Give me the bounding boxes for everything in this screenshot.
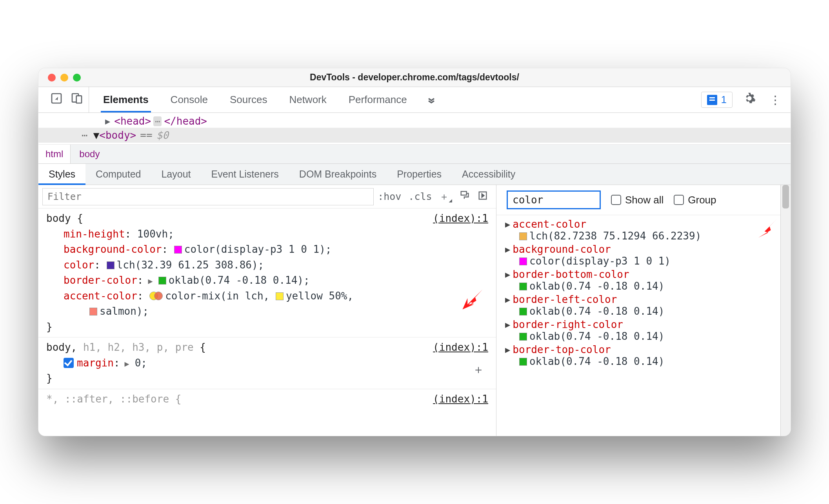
dom-selected-body[interactable]: ⋯ ▼ <body> == $0 xyxy=(38,128,791,143)
dom-head-open[interactable]: <head> xyxy=(114,115,151,127)
add-property-plus-icon[interactable]: ＋ xyxy=(473,361,484,379)
paint-icon[interactable] xyxy=(459,190,470,203)
checkbox-icon xyxy=(611,195,621,205)
prop-margin[interactable]: margin xyxy=(77,357,114,369)
main-toolbar: Elements Console Sources Network Perform… xyxy=(38,87,791,113)
css-rules: body { (index):1 min-height: 100vh; back… xyxy=(38,208,496,436)
caret-icon[interactable]: ▶ xyxy=(505,345,510,355)
caret-icon[interactable]: ▶ xyxy=(505,245,510,254)
subtab-accessibility[interactable]: Accessibility xyxy=(452,164,525,185)
caret-icon[interactable]: ▶ xyxy=(505,320,510,330)
expand-arrow-icon[interactable]: ▼ xyxy=(93,129,100,141)
more-icon[interactable]: ⋯ xyxy=(82,129,89,141)
expand-icon[interactable]: ▶ xyxy=(144,276,158,286)
tab-sources[interactable]: Sources xyxy=(219,87,278,112)
caret-icon[interactable]: ▶ xyxy=(505,295,510,305)
prop-bgcolor[interactable]: background-color xyxy=(64,243,162,255)
subtab-event-listeners[interactable]: Event Listeners xyxy=(201,164,289,185)
swatch-icon[interactable] xyxy=(519,283,527,290)
swatch-magenta-icon[interactable] xyxy=(174,246,182,254)
tab-network[interactable]: Network xyxy=(278,87,337,112)
tab-console[interactable]: Console xyxy=(160,87,219,112)
collapse-arrow-icon[interactable]: ▶ xyxy=(105,116,110,126)
chat-icon xyxy=(707,95,717,105)
prop-color[interactable]: color xyxy=(64,259,94,271)
more-tabs-icon[interactable] xyxy=(418,87,445,112)
annotation-arrow-icon xyxy=(460,287,485,312)
prop-min-height[interactable]: min-height xyxy=(64,228,125,240)
prop-border-color[interactable]: border-color xyxy=(64,274,137,286)
computed-filter-input[interactable] xyxy=(507,190,601,209)
crumb-html[interactable]: html xyxy=(38,145,71,163)
selector: body { xyxy=(46,211,83,227)
equals-text: == xyxy=(140,129,152,141)
hov-button[interactable]: :hov xyxy=(378,191,401,202)
css-rule-body[interactable]: body { (index):1 min-height: 100vh; back… xyxy=(38,208,496,337)
swatch-salmon-icon[interactable] xyxy=(89,308,97,315)
computed-property[interactable]: ▶border-left-color oklab(0.74 -0.18 0.14… xyxy=(503,293,791,318)
scroll-thumb[interactable] xyxy=(782,185,789,208)
styles-filter-input[interactable] xyxy=(42,188,374,205)
device-toggle-icon[interactable] xyxy=(71,92,83,107)
swatch-yellow-icon[interactable] xyxy=(276,292,284,300)
computed-pane: Show all Group ▶accent-color lch(82.7238… xyxy=(496,185,791,436)
panel-toggle-icon[interactable] xyxy=(477,190,488,203)
checkbox-checked-icon[interactable] xyxy=(64,358,74,368)
swatch-purple-icon[interactable] xyxy=(107,261,115,269)
svg-rect-3 xyxy=(461,191,467,195)
issues-count: 1 xyxy=(721,94,727,106)
subtab-layout[interactable]: Layout xyxy=(151,164,201,185)
computed-property[interactable]: ▶background-color color(display-p3 1 0 1… xyxy=(503,243,791,268)
swatch-icon[interactable] xyxy=(519,333,527,341)
swatch-icon[interactable] xyxy=(519,358,527,366)
swatch-icon[interactable] xyxy=(519,308,527,315)
caret-icon[interactable]: ▶ xyxy=(505,219,510,229)
subtab-dom-breakpoints[interactable]: DOM Breakpoints xyxy=(289,164,387,185)
swatch-icon[interactable] xyxy=(519,232,527,240)
expand-icon[interactable]: ▶ xyxy=(120,359,134,368)
dom-tree: ▶ <head> ⋯ </head> ⋯ ▼ <body> == $0 xyxy=(38,113,791,145)
tab-elements[interactable]: Elements xyxy=(92,87,160,112)
close-icon[interactable] xyxy=(48,74,56,82)
swatch-green-icon[interactable] xyxy=(158,277,166,285)
color-mix-icon[interactable] xyxy=(149,291,163,301)
css-rule-universal[interactable]: *, ::after, ::before { (index):1 xyxy=(38,389,496,410)
prop-accent-color[interactable]: accent-color xyxy=(64,290,137,302)
window-title: DevTools - developer.chrome.com/tags/dev… xyxy=(310,72,519,83)
issues-badge[interactable]: 1 xyxy=(701,92,733,108)
maximize-icon[interactable] xyxy=(73,74,81,82)
inspect-icon[interactable] xyxy=(50,92,63,107)
subtab-computed[interactable]: Computed xyxy=(85,164,151,185)
computed-property[interactable]: ▶border-bottom-color oklab(0.74 -0.18 0.… xyxy=(503,268,791,293)
minimize-icon[interactable] xyxy=(60,74,68,82)
breadcrumb: html body xyxy=(38,145,791,164)
titlebar: DevTools - developer.chrome.com/tags/dev… xyxy=(38,68,791,87)
new-rule-plus-icon[interactable]: ＋◢ xyxy=(439,190,452,203)
computed-property[interactable]: ▶border-right-color oklab(0.74 -0.18 0.1… xyxy=(503,318,791,343)
source-link[interactable]: (index):1 xyxy=(433,340,488,355)
show-all-checkbox[interactable]: Show all xyxy=(611,194,664,206)
swatch-icon[interactable] xyxy=(519,257,527,265)
checkbox-icon xyxy=(674,195,684,205)
group-checkbox[interactable]: Group xyxy=(674,194,716,206)
caret-icon[interactable]: ▶ xyxy=(505,270,510,279)
tab-performance[interactable]: Performance xyxy=(338,87,418,112)
settings-gear-icon[interactable] xyxy=(740,92,759,108)
source-link[interactable]: (index):1 xyxy=(433,211,488,227)
subtab-properties[interactable]: Properties xyxy=(387,164,452,185)
dollar-zero: $0 xyxy=(156,129,169,141)
kebab-menu-icon[interactable]: ⋮ xyxy=(766,93,784,107)
cls-button[interactable]: .cls xyxy=(408,191,432,202)
devtools-window: DevTools - developer.chrome.com/tags/dev… xyxy=(38,68,791,436)
source-link[interactable]: (index):1 xyxy=(433,392,488,407)
scrollbar[interactable] xyxy=(780,185,791,436)
computed-list: ▶accent-color lch(82.7238 75.1294 66.223… xyxy=(496,215,791,435)
css-rule-body-group[interactable]: body, h1, h2, h3, p, pre { (index):1 mar… xyxy=(38,337,496,389)
dom-head-close: </head> xyxy=(164,115,207,127)
subtab-styles[interactable]: Styles xyxy=(38,164,85,185)
crumb-body[interactable]: body xyxy=(72,145,107,163)
ellipsis-icon[interactable]: ⋯ xyxy=(153,116,162,126)
computed-property[interactable]: ▶border-top-color oklab(0.74 -0.18 0.14) xyxy=(503,343,791,368)
computed-property[interactable]: ▶accent-color lch(82.7238 75.1294 66.223… xyxy=(503,218,791,243)
dom-body-tag: <body> xyxy=(99,129,136,141)
